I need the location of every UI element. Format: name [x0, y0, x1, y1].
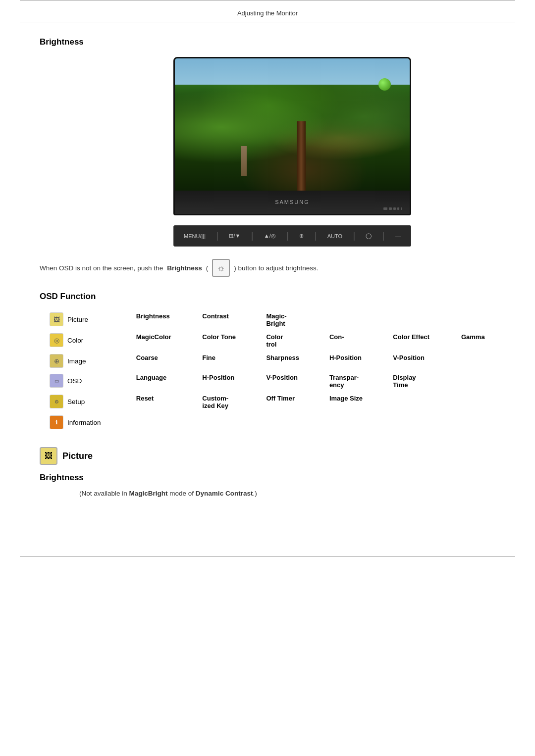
osd-picture-empty2 [387, 309, 455, 330]
information-label: Information [67, 419, 101, 426]
tree-trunk [297, 121, 306, 191]
osd-setup-offtimer: Off Timer [260, 392, 323, 412]
green-ball-decoration [378, 78, 391, 91]
image-icon: ⊕ [50, 354, 63, 368]
table-row: ▭ OSD Language H-Position V-Position Tra… [50, 371, 505, 392]
color-icon: ◎ [50, 333, 63, 347]
brightness-text-mid: mode of [168, 490, 196, 497]
page-container: Adjusting the Monitor Brightness SAM [0, 0, 535, 756]
osd-info-empty1 [130, 412, 197, 432]
osd-info-empty6 [455, 412, 505, 432]
information-icon: ℹ [50, 415, 63, 429]
table-row: ◎ Color MagicColor Color Tone Colortrol … [50, 330, 505, 351]
osd-info-empty5 [387, 412, 455, 432]
instruction-pre: When OSD is not on the screen, push the [40, 264, 163, 272]
osd-info-empty3 [260, 412, 323, 432]
content-area: Brightness SAMSUNG [0, 22, 535, 527]
monitor-controls-bar: MENU/||| | ⊞/▼ | ▲/◎ | ⊕ | AUTO | ◯ | — [173, 225, 411, 247]
monitor-image-container: SAMSUNG MENU/||| | ⊞/▼ | ▲/◎ | [89, 57, 495, 247]
osd-setup-empty1 [387, 392, 455, 412]
osd-color-magiccolor: MagicColor [130, 330, 197, 351]
osd-setup-customkey: Custom-ized Key [196, 392, 260, 412]
osd-setup-empty2 [455, 392, 505, 412]
control-menu: MENU/||| [184, 233, 206, 239]
osd-image-empty [455, 351, 505, 371]
osd-picture-empty3 [455, 309, 505, 330]
picture-label: Picture [67, 316, 88, 323]
dynamic-contrast-bold: Dynamic Contrast [196, 490, 253, 497]
monitor-screen [175, 58, 410, 191]
brightness-text-pre: (Not available in [79, 490, 129, 497]
osd-color-gamma: Gamma [455, 330, 505, 351]
osd-color-effect: Color Effect [387, 330, 455, 351]
picture-section: 🖼 Picture Brightness (Not available in M… [40, 447, 495, 497]
brightness-sub-text: (Not available in MagicBright mode of Dy… [79, 490, 495, 497]
osd-picture-contrast: Contrast [196, 309, 260, 330]
color-label: Color [67, 337, 83, 344]
osd-label: OSD [67, 377, 82, 385]
osd-row-image-name: ⊕ Image [50, 351, 130, 371]
osd-image-fine: Fine [196, 351, 260, 371]
osd-color-con: Con- [323, 330, 387, 351]
osd-image-sharpness: Sharpness [260, 351, 323, 371]
osd-info-empty4 [323, 412, 387, 432]
osd-row-color-name: ◎ Color [50, 330, 130, 350]
osd-image-coarse: Coarse [130, 351, 197, 371]
osd-section-title: OSD Function [40, 292, 495, 302]
osd-row-info-name: ℹ Information [50, 412, 130, 432]
osd-picture-empty1 [323, 309, 387, 330]
brightness-icon-box: ☼ [212, 259, 230, 277]
osd-image-hpos: H-Position [323, 351, 387, 371]
bottom-border [20, 556, 515, 557]
picture-icon: 🖼 [50, 312, 63, 326]
osd-function-table: 🖼 Picture Brightness Contrast Magic-Brig… [50, 309, 505, 432]
table-row: ⚙ Setup Reset Custom-ized Key Off Timer … [50, 392, 505, 412]
osd-osd-language: Language [130, 371, 197, 392]
brightness-instruction: When OSD is not on the screen, push the … [40, 259, 495, 277]
osd-info-empty2 [196, 412, 260, 432]
brightness-sun-icon: ☼ [217, 263, 225, 273]
control-auto: AUTO [327, 233, 342, 239]
header-title: Adjusting the Monitor [20, 0, 515, 22]
garden-trees [175, 85, 410, 191]
osd-color-tone: Color Tone [196, 330, 260, 351]
osd-row-picture-name: 🖼 Picture [50, 309, 130, 329]
osd-setup-imagesize: Image Size [323, 392, 387, 412]
control-screen: ⊞/▼ [229, 233, 240, 239]
image-label: Image [67, 357, 86, 365]
control-brightness: ▲/◎ [264, 233, 276, 239]
monitor-image: SAMSUNG [173, 57, 411, 215]
osd-osd-transparency: Transpar-ency [323, 371, 387, 392]
control-plus: ⊕ [299, 233, 304, 239]
setup-label: Setup [67, 398, 85, 405]
table-row: ⊕ Image Coarse Fine Sharpness H-Position… [50, 351, 505, 371]
control-minus: — [395, 233, 401, 239]
osd-row-setup-name: ⚙ Setup [50, 392, 130, 411]
osd-setup-reset: Reset [130, 392, 197, 412]
osd-image-vpos: V-Position [387, 351, 455, 371]
control-power: ◯ [366, 233, 372, 239]
pagoda-decoration [241, 146, 247, 176]
instruction-post: ) button to adjust brightness. [234, 264, 318, 272]
osd-row-osd-name: ▭ OSD [50, 371, 130, 391]
picture-section-title: Picture [62, 451, 93, 461]
table-row: ℹ Information [50, 412, 505, 432]
brightness-section-title: Brightness [40, 37, 495, 47]
monitor-bottom: SAMSUNG [175, 191, 410, 214]
picture-icon-large: 🖼 [40, 447, 57, 465]
instruction-paren-open: ( [206, 264, 209, 272]
osd-osd-empty [455, 371, 505, 392]
osd-icon: ▭ [50, 374, 63, 388]
brightness-text-end: .) [253, 490, 257, 497]
table-row: 🖼 Picture Brightness Contrast Magic-Brig… [50, 309, 505, 330]
osd-picture-magic: Magic-Bright [260, 309, 323, 330]
picture-title-row: 🖼 Picture [40, 447, 495, 465]
instruction-bold: Brightness [167, 264, 202, 272]
osd-osd-vpos: V-Position [260, 371, 323, 392]
osd-picture-brightness: Brightness [130, 309, 197, 330]
osd-osd-hpos: H-Position [196, 371, 260, 392]
brightness-sub-title: Brightness [40, 473, 495, 483]
osd-osd-displaytime: DisplayTime [387, 371, 455, 392]
osd-color-control: Colortrol [260, 330, 323, 351]
setup-icon: ⚙ [50, 395, 63, 408]
